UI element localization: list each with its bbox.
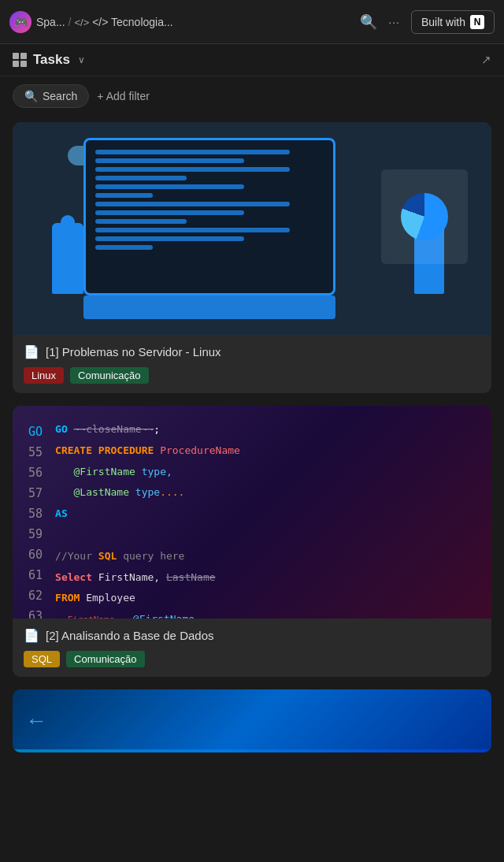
breadcrumb-separator: /: [69, 16, 72, 28]
code-row: Select FirstName, LastName: [55, 570, 240, 586]
search-button[interactable]: 🔍 Search: [13, 84, 89, 108]
code-line: [95, 202, 290, 206]
line-num: GO: [28, 425, 43, 439]
card-2-title: [2] Analisando a Base de Dados: [46, 629, 214, 642]
header-icons: 🔍 ··· Built with N: [360, 10, 495, 34]
line-num: 59: [28, 527, 43, 541]
code-row: FirstName = @FirstName: [55, 611, 240, 619]
search-icon[interactable]: 🔍: [360, 13, 377, 31]
card-1-title: [1] Problemas no Servidor - Linux: [46, 345, 221, 359]
card-3-partial[interactable]: ←: [13, 689, 491, 752]
line-num: 61: [28, 568, 43, 582]
code-line: [95, 167, 290, 172]
code-row: FROM Employee: [55, 590, 240, 607]
card-2-image: GO 55 56 57 58 59 60 61 62 63 GO ~~close…: [13, 406, 491, 619]
code-line: [95, 193, 153, 198]
code-line: [95, 219, 187, 224]
document-icon: 📄: [24, 344, 39, 359]
pie-chart: [401, 193, 448, 240]
card-2-title-row: 📄 [2] Analisando a Base de Dados: [24, 628, 480, 643]
code-row: AS: [55, 506, 240, 522]
built-with-button[interactable]: Built with N: [411, 10, 495, 34]
line-num: 63: [28, 609, 43, 619]
app-header: 🎮 Spa... / </> </> Tecnologia... 🔍 ··· B…: [0, 0, 504, 44]
code-line: [95, 150, 290, 154]
card-2-info: 📄 [2] Analisando a Base de Dados SQL Com…: [13, 619, 491, 677]
laptop-keyboard: [83, 295, 335, 319]
tag-sql[interactable]: SQL: [24, 651, 60, 667]
tag-comunicacao-2[interactable]: Comunicação: [66, 651, 145, 667]
document-icon: 📄: [24, 628, 39, 643]
filter-bar: 🔍 Search + Add filter: [0, 76, 504, 116]
card-2[interactable]: GO 55 56 57 58 59 60 61 62 63 GO ~~close…: [13, 406, 491, 677]
chart-box: [381, 169, 468, 264]
expand-icon[interactable]: ↗: [481, 53, 491, 67]
code-row: GO ~~closeName~~;: [55, 422, 240, 438]
toolbar-left: Tasks ∨: [13, 52, 85, 68]
tag-linux[interactable]: Linux: [24, 367, 64, 384]
card-2-tags: SQL Comunicação: [24, 651, 480, 667]
add-filter-label: + Add filter: [97, 90, 150, 102]
code-line: [95, 228, 290, 232]
tag-comunicacao[interactable]: Comunicação: [70, 367, 149, 384]
code-row: @FirstName type,: [55, 464, 240, 481]
more-icon[interactable]: ···: [388, 16, 400, 28]
code-row: @LastName type....: [55, 485, 240, 501]
chevron-down-icon[interactable]: ∨: [78, 54, 85, 65]
line-num: 56: [28, 466, 43, 480]
breadcrumb-tecnologia: </> </> Tecnologia...: [74, 16, 172, 28]
built-with-label: Built with: [421, 16, 465, 28]
card-3-image: ←: [13, 689, 491, 752]
code-line: [95, 245, 153, 250]
code-row: CREATE PROCEDURE ProcedureName: [55, 443, 240, 459]
arrow-icon: ←: [25, 708, 47, 734]
card-1[interactable]: 📄 [1] Problemas no Servidor - Linux Linu…: [13, 122, 491, 393]
breadcrumb-spa[interactable]: Spa...: [36, 16, 65, 28]
line-num: 58: [28, 507, 43, 521]
grid-view-icon[interactable]: [13, 53, 27, 67]
line-numbers: GO 55 56 57 58 59 60 61 62 63: [28, 425, 43, 619]
code-row: //Your SQL query here: [55, 548, 240, 565]
code-row: [55, 527, 240, 544]
card-1-title-row: 📄 [1] Problemas no Servidor - Linux: [24, 344, 480, 359]
code-line: [95, 176, 187, 180]
view-label[interactable]: Tasks: [33, 52, 70, 68]
line-num: 60: [28, 548, 43, 562]
code-content: GO ~~closeName~~; CREATE PROCEDURE Proce…: [55, 422, 240, 619]
cards-container: 📄 [1] Problemas no Servidor - Linux Linu…: [0, 116, 504, 759]
card-1-info: 📄 [1] Problemas no Servidor - Linux Linu…: [13, 335, 491, 393]
code-line: [95, 158, 244, 163]
person-left: [52, 223, 83, 294]
code-line: [95, 236, 244, 241]
code-line: [95, 184, 244, 189]
line-num: 62: [28, 589, 43, 603]
gradient-bar: [13, 749, 491, 752]
breadcrumb[interactable]: Spa... / </> </> Tecnologia...: [36, 16, 355, 28]
avatar: 🎮: [9, 11, 32, 33]
search-icon: 🔍: [24, 90, 38, 102]
card-1-image: [13, 122, 491, 335]
code-lines: [86, 140, 333, 259]
search-label: Search: [43, 90, 77, 102]
card-1-tags: Linux Comunicação: [24, 367, 480, 384]
line-num: 57: [28, 486, 43, 500]
laptop-screen: [83, 138, 335, 295]
add-filter-button[interactable]: + Add filter: [97, 90, 150, 102]
toolbar: Tasks ∨ ↗: [0, 44, 504, 76]
line-num: 55: [28, 445, 43, 459]
notion-icon: N: [470, 15, 484, 29]
code-line: [95, 210, 244, 215]
